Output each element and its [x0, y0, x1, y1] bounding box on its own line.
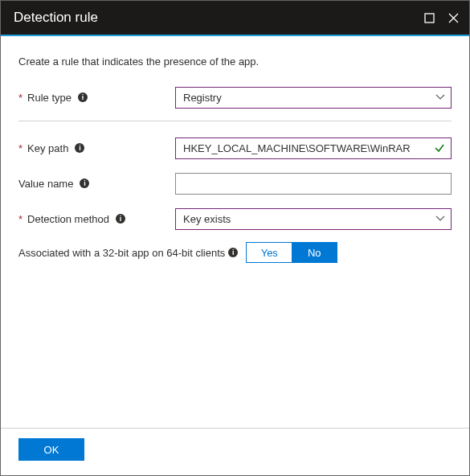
- value-name-label: Value name i: [18, 178, 175, 190]
- required-indicator: *: [18, 92, 22, 104]
- value-name-input[interactable]: [175, 173, 452, 195]
- label-text: Associated with a 32-bit app on 64-bit c…: [18, 247, 225, 259]
- rule-type-label: * Rule type i: [18, 92, 175, 104]
- checkmark-icon: [434, 142, 445, 154]
- info-icon[interactable]: i: [78, 92, 88, 102]
- rule-type-field: [175, 87, 452, 109]
- info-icon[interactable]: i: [228, 248, 238, 257]
- label-text: Detection method: [27, 213, 109, 225]
- panel-footer: OK: [1, 428, 469, 475]
- detection-method-label: * Detection method i: [18, 213, 175, 225]
- detection-method-row: * Detection method i: [18, 207, 452, 231]
- yes-no-toggle: Yes No: [246, 242, 337, 263]
- rule-type-select[interactable]: [175, 87, 452, 109]
- label-text: Value name: [18, 178, 73, 190]
- key-path-row: * Key path i: [18, 136, 452, 160]
- toggle-yes[interactable]: Yes: [247, 243, 292, 262]
- maximize-icon[interactable]: [423, 11, 435, 24]
- required-indicator: *: [18, 142, 22, 154]
- rule-type-row: * Rule type i: [18, 85, 452, 109]
- close-icon[interactable]: [447, 11, 460, 24]
- key-path-field: [175, 137, 452, 159]
- label-text: Rule type: [27, 92, 72, 104]
- assoc-32bit-row: Associated with a 32-bit app on 64-bit c…: [18, 242, 452, 263]
- key-path-label: * Key path i: [18, 142, 175, 154]
- detection-method-field: [175, 208, 452, 230]
- info-icon[interactable]: i: [75, 143, 84, 153]
- value-name-row: Value name i: [18, 171, 452, 195]
- key-path-input[interactable]: [175, 137, 452, 159]
- toggle-no[interactable]: No: [292, 243, 337, 262]
- ok-button[interactable]: OK: [18, 438, 84, 461]
- panel-title: Detection rule: [14, 10, 423, 26]
- header-controls: [423, 11, 460, 24]
- label-text: Key path: [27, 142, 68, 154]
- assoc-32bit-label: Associated with a 32-bit app on 64-bit c…: [18, 247, 238, 259]
- required-indicator: *: [18, 213, 22, 225]
- svg-rect-0: [425, 14, 434, 23]
- info-icon[interactable]: i: [116, 214, 125, 224]
- info-icon[interactable]: i: [80, 178, 89, 188]
- instruction-text: Create a rule that indicates the presenc…: [18, 55, 452, 68]
- section-divider: [18, 121, 452, 121]
- value-name-field: [175, 173, 452, 195]
- panel-header: Detection rule: [1, 1, 469, 35]
- detection-method-select[interactable]: [175, 208, 452, 230]
- detection-rule-panel: Detection rule Create a rule that indica…: [0, 0, 470, 476]
- panel-content: Create a rule that indicates the presenc…: [1, 36, 469, 428]
